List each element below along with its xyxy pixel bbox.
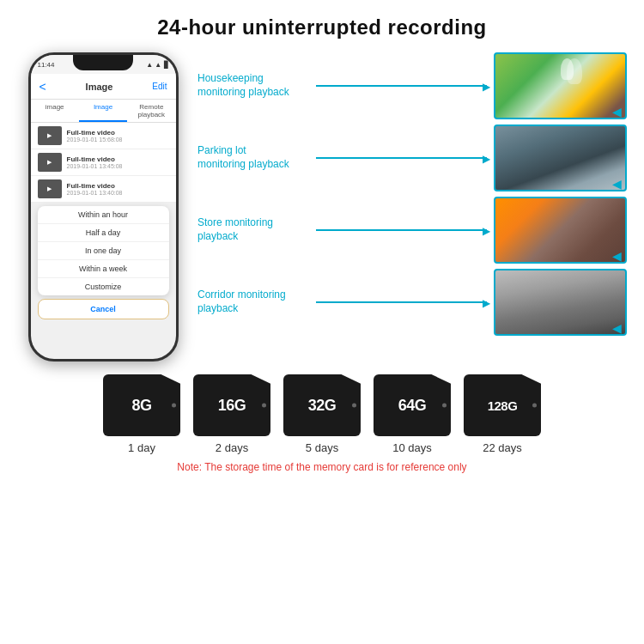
storage-days-64g: 10 days (392, 441, 432, 454)
top-section: 11:44 ▲ ▲ ▊ < Image Edit image Image Rem… (0, 48, 644, 361)
sd-card-dot-8g (172, 404, 176, 408)
note-section: Note: The storage time of the memory car… (0, 454, 644, 473)
photo-arrow-3: ◀ (612, 249, 623, 259)
phone-notch (73, 55, 133, 70)
sd-card-32g: 32G (283, 374, 361, 436)
phone-thumb-1 (38, 126, 62, 145)
storage-item-8g: 8G 1 day (103, 374, 180, 454)
phone-tab-image2[interactable]: Image (79, 100, 127, 122)
monitoring-row-3: Store monitoringplayback ▶ ◀ (197, 197, 627, 264)
phone-mockup: 11:44 ▲ ▲ ▊ < Image Edit image Image Rem… (28, 52, 179, 361)
phone-video-list: Full-time video 2019-01-01 15:68:08 Full… (31, 123, 176, 203)
phone-wrapper: 11:44 ▲ ▲ ▊ < Image Edit image Image Rem… (17, 48, 189, 361)
sd-card-label-16g: 16G (218, 397, 246, 415)
sd-card-label-8g: 8G (131, 397, 151, 415)
phone-tabs: image Image Remote playback (31, 100, 176, 123)
phone-thumb-2 (38, 153, 62, 172)
phone-video-info-2: Full-time video 2019-01-01 13:45:08 (67, 155, 169, 169)
phone-video-title-1: Full-time video (67, 129, 169, 137)
dropdown-item-customize[interactable]: Customize (38, 278, 169, 295)
storage-item-64g: 64G 10 days (374, 374, 451, 454)
sd-card-dot-64g (442, 404, 447, 408)
dropdown-item-week[interactable]: Within a week (38, 260, 169, 278)
sd-card-64g: 64G (374, 374, 451, 436)
storage-days-16g: 2 days (216, 441, 248, 454)
phone-video-time-3: 2019-01-01 13:40:08 (67, 190, 169, 196)
monitoring-photo-3: ◀ (494, 197, 627, 264)
phone-icons: ▲ ▲ ▊ (146, 61, 168, 69)
phone-thumb-3 (38, 179, 62, 198)
sd-card-label-32g: 32G (308, 397, 337, 415)
monitoring-label-1: Housekeepingmonitoring playback (197, 72, 309, 99)
phone-video-item-3[interactable]: Full-time video 2019-01-01 13:40:08 (31, 176, 176, 203)
phone-screen: 11:44 ▲ ▲ ▊ < Image Edit image Image Rem… (31, 55, 176, 359)
sd-card-128g: 128G (464, 374, 541, 436)
phone-tab-image[interactable]: image (31, 100, 79, 122)
sd-card-label-128g: 128G (488, 398, 518, 413)
right-section: Housekeepingmonitoring playback ▶ ◀ Park… (189, 48, 627, 336)
phone-video-item-2[interactable]: Full-time video 2019-01-01 13:45:08 (31, 149, 176, 176)
storage-days-128g: 22 days (483, 441, 522, 454)
dropdown-item-one-day[interactable]: In one day (38, 242, 169, 260)
phone-back-button[interactable]: < (39, 80, 46, 94)
photo-arrow-4: ◀ (612, 321, 623, 331)
dropdown-item-half-day[interactable]: Half a day (38, 224, 169, 242)
phone-dropdown-menu: Within an hour Half a day In one day Wit… (38, 206, 169, 295)
storage-item-16g: 16G 2 days (193, 374, 270, 454)
phone-video-info-1: Full-time video 2019-01-01 15:68:08 (67, 129, 169, 143)
phone-video-item-1[interactable]: Full-time video 2019-01-01 15:68:08 (31, 123, 176, 149)
page-title: 24-hour uninterrupted recording (0, 0, 644, 48)
phone-cancel-button[interactable]: Cancel (38, 299, 169, 319)
phone-nav-bar: < Image Edit (31, 74, 176, 100)
phone-tab-remote[interactable]: Remote playback (127, 100, 175, 122)
note-text: Note: The storage time of the memory car… (177, 461, 466, 473)
phone-time: 11:44 (38, 61, 55, 69)
monitoring-row-4: Corridor monitoringplayback ▶ ◀ (197, 269, 627, 336)
sd-card-dot-32g (352, 404, 356, 408)
sd-card-dot-128g (532, 404, 537, 408)
storage-section: 8G 1 day 16G 2 days 32G 5 days 64G 10 da… (0, 374, 644, 454)
phone-video-time-2: 2019-01-01 13:45:08 (67, 163, 169, 169)
phone-edit-button[interactable]: Edit (152, 82, 167, 91)
photo-arrow-2: ◀ (612, 177, 623, 187)
monitoring-photo-1: ◀ (494, 52, 627, 119)
monitoring-row-2: Parking lotmonitoring playback ▶ ◀ (197, 125, 627, 191)
dropdown-item-within-hour[interactable]: Within an hour (38, 206, 169, 224)
storage-item-128g: 128G 22 days (464, 374, 541, 454)
monitoring-photo-2: ◀ (494, 125, 627, 191)
monitoring-label-3: Store monitoringplayback (197, 216, 309, 243)
sd-card-dot-16g (262, 404, 266, 408)
sd-card-16g: 16G (193, 374, 270, 436)
sd-card-label-64g: 64G (398, 397, 427, 415)
storage-item-32g: 32G 5 days (283, 374, 361, 454)
phone-video-title-2: Full-time video (67, 155, 169, 163)
phone-video-time-1: 2019-01-01 15:68:08 (67, 137, 169, 143)
phone-video-info-3: Full-time video 2019-01-01 13:40:08 (67, 182, 169, 196)
sd-card-8g: 8G (103, 374, 180, 436)
phone-video-title-3: Full-time video (67, 182, 169, 190)
photo-arrow-1: ◀ (612, 105, 623, 115)
monitoring-label-4: Corridor monitoringplayback (197, 289, 309, 315)
monitoring-row-1: Housekeepingmonitoring playback ▶ ◀ (197, 52, 627, 119)
phone-screen-title: Image (86, 82, 113, 92)
monitoring-label-2: Parking lotmonitoring playback (197, 144, 309, 171)
storage-days-32g: 5 days (306, 441, 338, 454)
monitoring-photo-4: ◀ (494, 269, 627, 336)
storage-days-8g: 1 day (128, 441, 155, 454)
